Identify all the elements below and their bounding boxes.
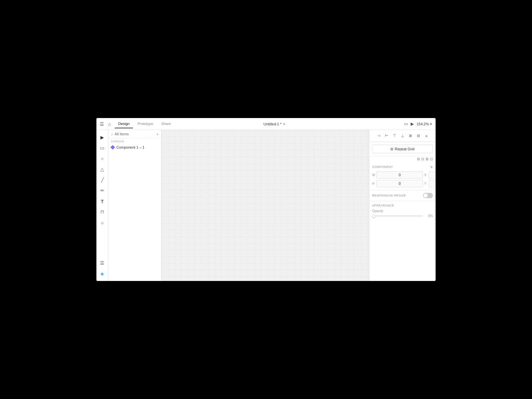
link-icon-2[interactable]: ⊟ [421, 157, 424, 161]
link-icon-3[interactable]: ⊠ [426, 157, 429, 161]
layers-panel: ⌕ All Items ∨ CANVAS Component 1 – 1 [108, 130, 162, 281]
align-center-v-button[interactable]: ⊞ [407, 132, 414, 140]
search-icon: ⌕ [111, 132, 113, 136]
zoom-chevron-icon: ∨ [430, 122, 432, 126]
responsive-resize-label: RESPONSIVE RESIZE [372, 194, 406, 197]
device-preview-icon[interactable]: ▭ [404, 121, 408, 126]
top-bar-right: ▭ ▶ 154.2% ∨ [392, 121, 436, 126]
y-label: Y [424, 182, 428, 186]
link-icon-1[interactable]: ⊞ [417, 157, 420, 161]
top-bar-center: Untitled-1 * ∨ [156, 122, 392, 126]
repeat-grid-section: ⊞ Repeat Grid [369, 142, 436, 156]
text-tool[interactable]: T [98, 197, 107, 206]
align-center-h-button[interactable]: ⊢ [383, 132, 390, 140]
height-label: H [372, 182, 375, 186]
zoom-value: 154.2% [417, 122, 429, 126]
opacity-label: Opacity [372, 209, 433, 213]
layers-search-bar[interactable]: ⌕ All Items ∨ [108, 130, 161, 138]
link-icon-4[interactable]: ⊡ [430, 157, 433, 161]
width-input[interactable] [376, 171, 423, 179]
x-label: X [424, 173, 428, 177]
right-panel: ⊣ ⊢ ⊤ ⊥ ⊞ ⊟ ≡ ⊞ Repeat Grid ⊞ ⊟ ⊠ ⊡ [369, 130, 436, 281]
component-section: COMPONENT + W X H [369, 162, 436, 190]
height-field: H [372, 180, 423, 187]
y-field: Y [424, 180, 436, 187]
y-input[interactable] [429, 180, 436, 187]
repeat-grid-icon: ⊞ [390, 147, 393, 151]
boolean-tool[interactable]: ⊓ [98, 207, 107, 216]
distribute-button[interactable]: ≡ [423, 132, 430, 140]
zoom-tool[interactable]: ⌕ [98, 218, 107, 227]
layers-item-component[interactable]: Component 1 – 1 [108, 144, 161, 150]
component-section-header: COMPONENT + [372, 165, 433, 169]
toggle-knob [424, 194, 428, 198]
app-window: ☰ ⌂ Design Prototype Share Untitled-1 * … [96, 118, 436, 281]
opacity-slider-thumb [372, 214, 375, 218]
responsive-resize-row: RESPONSIVE RESIZE [369, 190, 436, 201]
tool-sidebar-bottom: ☰ ◈ [98, 258, 107, 278]
linked-icons-row: ⊞ ⊟ ⊠ ⊡ [369, 156, 436, 162]
align-right-button[interactable]: ⊤ [391, 132, 398, 140]
component-section-title: COMPONENT [372, 165, 393, 169]
line-tool[interactable]: ╱ [98, 175, 107, 185]
repeat-grid-button[interactable]: ⊞ Repeat Grid [372, 145, 433, 153]
document-title[interactable]: Untitled-1 * ∨ [263, 122, 285, 126]
repeat-grid-label: Repeat Grid [395, 147, 414, 151]
responsive-resize-toggle[interactable] [423, 193, 433, 198]
top-bar: ☰ ⌂ Design Prototype Share Untitled-1 * … [96, 118, 436, 130]
layers-search-chevron-icon[interactable]: ∨ [156, 132, 159, 136]
opacity-slider[interactable] [372, 215, 423, 216]
ellipse-tool[interactable]: ○ [98, 154, 107, 163]
height-input[interactable] [376, 180, 423, 187]
pen-tool[interactable]: ✏ [98, 186, 107, 195]
cloud-icon[interactable]: ◈ [98, 269, 107, 278]
zoom-control[interactable]: 154.2% ∨ [417, 122, 432, 126]
width-label: W [372, 173, 375, 177]
dimension-grid: W X H Y [372, 171, 433, 187]
assets-icon[interactable]: ☰ [98, 258, 107, 268]
opacity-row: 0% [372, 214, 433, 218]
align-top-button[interactable]: ⊥ [399, 132, 406, 140]
play-icon[interactable]: ▶ [411, 121, 414, 126]
align-toolbar: ⊣ ⊢ ⊤ ⊥ ⊞ ⊟ ≡ [369, 130, 436, 142]
x-input[interactable] [429, 171, 436, 179]
layers-search-label: All Items [115, 132, 155, 136]
triangle-tool[interactable]: △ [98, 165, 107, 174]
align-left-button[interactable]: ⊣ [375, 132, 382, 140]
width-field: W [372, 171, 423, 179]
doc-title-text: Untitled-1 * [263, 122, 281, 126]
layers-item-label: Component 1 – 1 [116, 145, 144, 149]
tab-design[interactable]: Design [115, 120, 133, 128]
appearance-title: APPEARANCE [372, 204, 433, 207]
component-diamond-icon [110, 145, 115, 150]
align-bottom-button[interactable]: ⊟ [415, 132, 422, 140]
home-icon[interactable]: ⌂ [108, 121, 111, 127]
rectangle-tool[interactable]: ▭ [98, 143, 107, 153]
tool-sidebar: ▶ ▭ ○ △ ╱ ✏ T ⊓ ⌕ ☰ ◈ [96, 130, 108, 281]
opacity-value: 0% [425, 214, 433, 218]
component-add-button[interactable]: + [430, 165, 433, 169]
select-tool[interactable]: ▶ [98, 133, 107, 142]
canvas-section-header: CANVAS [108, 138, 161, 144]
appearance-section: APPEARANCE Opacity 0% [369, 201, 436, 220]
canvas-area[interactable] [162, 130, 369, 281]
doc-title-chevron-icon: ∨ [283, 122, 285, 126]
top-bar-left: ☰ ⌂ Design Prototype Share [96, 120, 156, 128]
x-field: X [424, 171, 436, 179]
tab-prototype[interactable]: Prototype [134, 120, 157, 128]
menu-icon[interactable]: ☰ [100, 121, 104, 127]
main-layout: ▶ ▭ ○ △ ╱ ✏ T ⊓ ⌕ ☰ ◈ ⌕ All Items ∨ CANV… [96, 130, 436, 281]
